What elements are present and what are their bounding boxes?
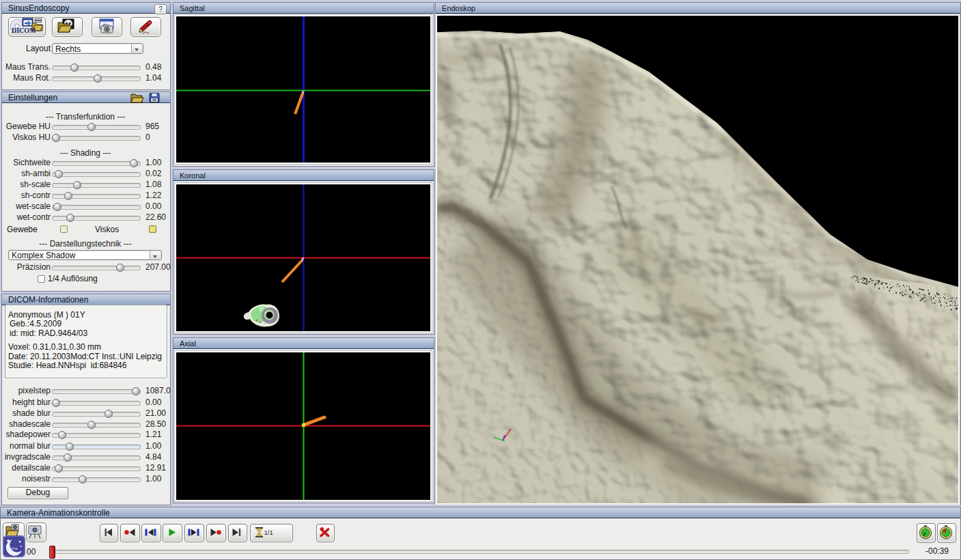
svg-text:luxina: luxina (7, 546, 18, 550)
svg-text:DICOM: DICOM (12, 27, 36, 34)
svg-text:1/1: 1/1 (264, 529, 273, 536)
